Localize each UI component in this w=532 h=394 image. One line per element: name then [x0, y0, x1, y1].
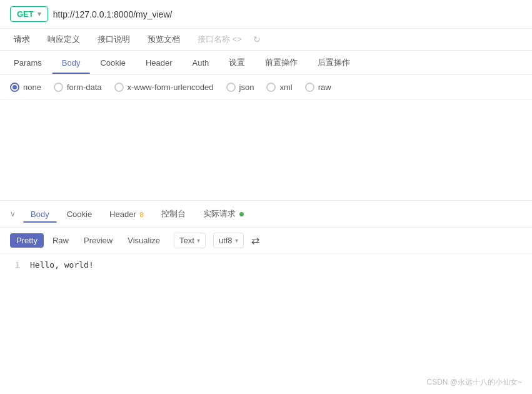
btab-body[interactable]: Body	[23, 206, 57, 223]
radio-json-label: json	[239, 83, 254, 92]
tab-header[interactable]: Header	[136, 52, 183, 74]
refresh-icon[interactable]: ↻	[253, 34, 261, 44]
collapse-icon[interactable]: ∨	[10, 210, 16, 218]
wrap-icon[interactable]: ⇄	[251, 235, 259, 246]
fmt-raw[interactable]: Raw	[46, 233, 75, 248]
code-area: 1 Hello, world!	[0, 254, 532, 276]
radio-form-data-label: form-data	[67, 83, 102, 92]
status-dot	[239, 212, 244, 216]
text-format-select[interactable]: Text ▾	[174, 233, 206, 248]
text-format-chevron-icon: ▾	[197, 237, 200, 244]
tab-params[interactable]: Params	[10, 52, 52, 74]
tab-api-name[interactable]: 接口名称 <>	[189, 29, 251, 50]
bottom-panel: ∨ Body Cookie Header 8 控制台 实际请求 Pretty R…	[0, 200, 532, 276]
tab-auth[interactable]: Auth	[183, 52, 219, 74]
method-label: GET	[17, 9, 34, 19]
fmt-pretty[interactable]: Pretty	[10, 233, 44, 248]
radio-xml-circle	[266, 83, 276, 92]
radio-raw-label: raw	[318, 83, 331, 92]
radio-xml[interactable]: xml	[266, 83, 292, 92]
line-number-1: 1	[10, 260, 20, 270]
encoding-chevron-icon: ▾	[235, 237, 238, 244]
radio-json-circle	[226, 83, 236, 92]
tab-request[interactable]: 请求	[10, 29, 39, 50]
tab-pre-op[interactable]: 前置操作	[255, 51, 308, 74]
tab-cookie[interactable]: Cookie	[90, 52, 135, 74]
tab-post-op[interactable]: 后置操作	[308, 51, 360, 74]
tab-preview-doc[interactable]: 预览文档	[139, 29, 189, 50]
radio-raw-circle	[305, 83, 314, 92]
radio-form-data-circle	[54, 83, 63, 92]
method-chevron-icon: ▾	[38, 10, 41, 18]
radio-form-data[interactable]: form-data	[54, 83, 102, 92]
encoding-label: utf8	[219, 236, 233, 245]
radio-raw[interactable]: raw	[305, 83, 331, 92]
radio-urlencoded-label: x-www-form-urlencoded	[128, 83, 214, 92]
response-tab-row: ∨ Body Cookie Header 8 控制台 实际请求	[0, 201, 532, 228]
fmt-visualize[interactable]: Visualize	[121, 233, 166, 248]
method-dropdown[interactable]: GET ▾	[10, 6, 48, 22]
format-row: Pretty Raw Preview Visualize Text ▾ utf8…	[0, 228, 532, 254]
tab-body[interactable]: Body	[52, 52, 91, 74]
header-badge: 8	[139, 211, 143, 218]
body-tab-row: Params Body Cookie Header Auth 设置 前置操作 后…	[0, 51, 532, 75]
url-input[interactable]	[53, 9, 522, 19]
code-line-1: Hello, world!	[30, 260, 94, 270]
tab-api-doc[interactable]: 接口说明	[89, 29, 139, 50]
watermark: CSDN @永远十八的小仙女~	[426, 377, 522, 388]
request-tab-row: 请求 响应定义 接口说明 预览文档 接口名称 <> ↻	[0, 29, 532, 51]
btab-header[interactable]: Header 8	[102, 206, 151, 223]
btab-console[interactable]: 控制台	[154, 205, 193, 223]
url-bar: GET ▾	[0, 0, 532, 29]
radio-xml-label: xml	[279, 83, 292, 92]
empty-body-area	[0, 100, 532, 200]
body-type-group: none form-data x-www-form-urlencoded jso…	[0, 75, 532, 100]
text-format-label: Text	[179, 236, 194, 245]
radio-none-circle	[10, 83, 19, 92]
btab-actual-request[interactable]: 实际请求	[196, 205, 252, 223]
radio-json[interactable]: json	[226, 83, 254, 92]
radio-urlencoded[interactable]: x-www-form-urlencoded	[114, 83, 214, 92]
fmt-preview[interactable]: Preview	[78, 233, 119, 248]
radio-none-label: none	[23, 83, 41, 92]
encoding-select[interactable]: utf8 ▾	[213, 233, 244, 248]
btab-cookie[interactable]: Cookie	[59, 206, 99, 223]
radio-urlencoded-circle	[114, 83, 124, 92]
tab-settings[interactable]: 设置	[219, 51, 255, 74]
tab-response-def[interactable]: 响应定义	[39, 29, 89, 50]
radio-none[interactable]: none	[10, 83, 41, 92]
